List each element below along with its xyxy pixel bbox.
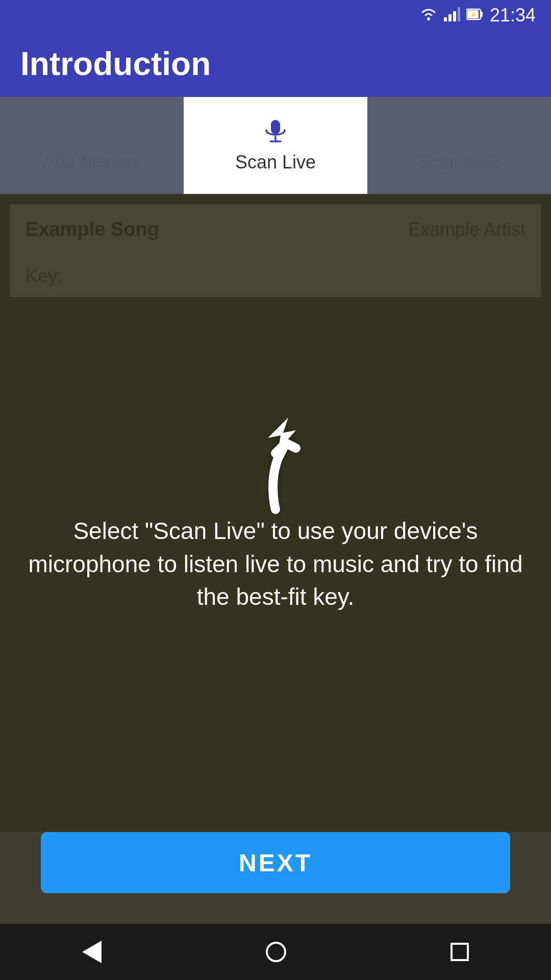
svg-rect-2: [448, 14, 452, 21]
content-area: Example Song Example Artist Key: Select …: [0, 194, 551, 832]
tab-scan-live[interactable]: Scan Live: [184, 97, 367, 194]
status-bar: ⚡ 21:34: [0, 0, 551, 31]
plus-v-bar: [91, 125, 93, 140]
app-bar: Introduction: [0, 31, 551, 97]
tab-bar: Add Manual Scan Live ♪ Scan Mp3: [0, 97, 551, 194]
battery-icon: ⚡: [466, 8, 484, 23]
svg-rect-6: [481, 12, 483, 17]
mic-icon: [262, 118, 289, 146]
svg-rect-1: [444, 17, 447, 21]
status-time: 21:34: [490, 5, 536, 26]
nav-recent-button[interactable]: [450, 943, 469, 961]
recent-square-icon: [450, 943, 469, 961]
bottom-area: NEXT: [0, 832, 551, 924]
home-circle-icon: [266, 942, 286, 962]
plus-circle-icon: [79, 119, 105, 145]
svg-rect-4: [458, 7, 460, 21]
tutorial-overlay: Select "Scan Live" to use your device's …: [0, 194, 551, 832]
nav-bar: [0, 924, 551, 980]
nav-home-button[interactable]: [266, 942, 286, 962]
next-button[interactable]: NEXT: [41, 832, 510, 893]
signal-icon: [444, 7, 460, 23]
arrow-up-right-icon: [235, 412, 316, 514]
wifi-icon: [419, 7, 438, 23]
tab-add-manual-label: Add Manual: [43, 151, 141, 172]
status-icons: ⚡ 21:34: [419, 5, 536, 26]
overlay-description: Select "Scan Live" to use your device's …: [20, 514, 531, 613]
svg-rect-9: [271, 120, 280, 134]
tab-add-manual[interactable]: Add Manual: [0, 97, 184, 194]
svg-rect-15: [447, 137, 471, 141]
nav-back-button[interactable]: [82, 941, 102, 963]
tab-scan-mp3-label: Scan Mp3: [418, 152, 500, 173]
app-bar-title: Introduction: [20, 45, 211, 83]
svg-rect-3: [453, 11, 456, 21]
back-arrow-icon: [82, 941, 102, 963]
tab-scan-mp3[interactable]: ♪ Scan Mp3: [367, 97, 551, 194]
tab-scan-live-label: Scan Live: [235, 152, 316, 173]
svg-text:♪: ♪: [453, 123, 458, 136]
music-note-icon: ♪: [446, 118, 472, 146]
svg-text:⚡: ⚡: [470, 11, 477, 18]
svg-point-0: [427, 17, 430, 20]
